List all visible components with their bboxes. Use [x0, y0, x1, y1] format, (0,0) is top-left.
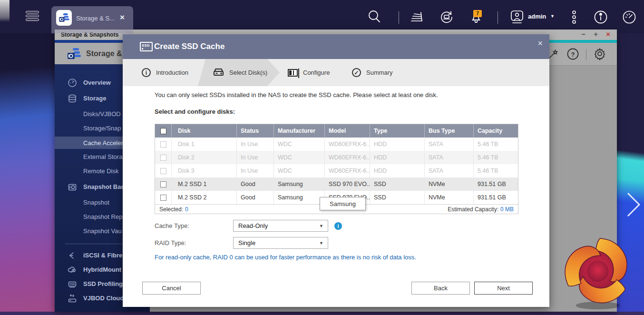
toolbar-divider — [586, 49, 586, 60]
main-menu-bar: 7 admin ▼ — [0, 0, 644, 33]
step-summary[interactable]: ✓ Summary — [352, 59, 393, 86]
dialog-title: Create SSD Cache — [154, 42, 224, 51]
raid-note: For read-only cache, RAID 0 can be used … — [155, 254, 416, 261]
dialog-titlebar: SSD Create SSD Cache × — [123, 34, 549, 59]
user-avatar-icon[interactable] — [509, 10, 525, 27]
cloud-icon — [67, 265, 78, 275]
column-header[interactable]: Capacity — [474, 124, 518, 138]
raid-type-label: RAID Type: — [155, 239, 186, 246]
table-header-row: Disk Status Manufacturer Model Type Bus … — [155, 124, 518, 138]
search-icon[interactable] — [367, 9, 382, 26]
qnap-swirl-logo — [562, 236, 634, 315]
topbar-divider — [399, 11, 399, 24]
check-circle-icon: ✓ — [352, 68, 361, 77]
camera-icon — [67, 182, 78, 192]
table-label: Select and configure disks: — [155, 108, 235, 115]
step-introduction[interactable]: i Introduction — [142, 59, 188, 86]
wallpaper-left — [0, 33, 55, 315]
svg-text:?: ? — [571, 50, 575, 58]
svg-text:SSD: SSD — [69, 283, 75, 285]
create-ssd-cache-dialog: SSD Create SSD Cache × i Introduction Se… — [123, 34, 549, 307]
step-select-disks[interactable]: Select Disk(s) — [213, 59, 267, 86]
database-icon — [67, 94, 78, 103]
estimated-capacity-label: Estimated Capacity: — [448, 206, 498, 213]
dialog-description: You can only select SSDs installed in th… — [155, 91, 530, 98]
iscsi-arrow-icon — [67, 251, 78, 260]
chevron-down-icon: ▼ — [319, 241, 323, 246]
cache-type-label: Cache Type: — [155, 222, 189, 229]
row-checkbox[interactable] — [160, 195, 166, 201]
info-circle-icon: i — [142, 68, 151, 77]
column-header[interactable]: Bus Type — [425, 124, 474, 138]
chevron-down-icon: ▼ — [319, 224, 323, 228]
admin-menu[interactable]: admin — [528, 13, 546, 20]
selected-label: Selected: — [159, 206, 183, 213]
wallpaper-bottom-strip — [0, 312, 644, 315]
ssd-icon: SSD — [67, 279, 78, 289]
gauge-icon — [67, 78, 78, 88]
table-row-disk3: Disk 3 In Use WDC WD60EFRX-6... HDD SATA… — [155, 164, 518, 177]
more-options-icon[interactable] — [570, 10, 578, 27]
cancel-button[interactable]: Cancel — [142, 282, 201, 295]
step-configure[interactable]: Configure — [288, 59, 330, 86]
column-header[interactable]: Manufacturer — [274, 124, 325, 138]
vjbod-cloud-icon — [67, 294, 78, 303]
wizard-steps: i Introduction Select Disk(s) Configure … — [123, 59, 549, 86]
manufacturer-tooltip: Samsung — [320, 197, 366, 210]
next-button[interactable]: Next — [474, 282, 533, 295]
back-button[interactable]: Back — [411, 282, 470, 295]
info-icon[interactable] — [593, 9, 609, 27]
column-header[interactable]: Status — [237, 124, 274, 138]
help-icon[interactable]: ? — [566, 48, 579, 62]
dialog-close-icon[interactable]: × — [537, 39, 543, 49]
settings-gear-icon[interactable] — [593, 47, 606, 62]
row-checkbox[interactable] — [160, 155, 166, 161]
select-all-checkbox[interactable] — [160, 128, 166, 134]
main-menu-icon[interactable] — [26, 11, 39, 23]
background-tasks-icon[interactable] — [409, 9, 424, 26]
row-checkbox[interactable] — [160, 168, 166, 174]
raid-type-select[interactable]: Single ▼ — [233, 237, 328, 249]
cache-type-info-icon[interactable]: i — [334, 222, 342, 230]
column-header[interactable]: Model — [325, 124, 370, 138]
table-row-m2ssd1[interactable]: M.2 SSD 1 Good Samsung SSD 970 EVO... SS… — [155, 177, 518, 191]
column-header[interactable]: Type — [370, 124, 425, 138]
wallpaper-arrow-icon — [625, 191, 642, 220]
ssd-drive-icon: SSD — [140, 42, 153, 51]
chevron-down-icon: ▼ — [550, 14, 555, 19]
column-header[interactable]: Disk — [172, 124, 237, 138]
disk-icon — [213, 68, 224, 78]
row-checkbox[interactable] — [160, 181, 166, 187]
notification-badge: 7 — [473, 10, 482, 17]
table-row-disk2: Disk 2 In Use WDC WD60EFRX-6... HDD SATA… — [155, 151, 518, 164]
selected-count: 0 — [185, 206, 188, 213]
configure-columns-icon — [288, 69, 298, 77]
desktop: Storage & Snapshots − + × St — [0, 0, 644, 315]
sync-update-icon[interactable] — [439, 9, 455, 27]
row-checkbox[interactable] — [160, 141, 166, 148]
cache-type-select[interactable]: Read-Only ▼ — [233, 220, 328, 232]
dashboard-gauge-icon[interactable] — [621, 9, 637, 27]
table-row-disk1: Disk 1 In Use WDC WD60EFRX-6... HDD SATA… — [155, 138, 518, 151]
topbar-divider — [498, 11, 498, 24]
storage-app-icon — [66, 46, 82, 64]
estimated-capacity-value: 0 MB — [500, 206, 514, 213]
